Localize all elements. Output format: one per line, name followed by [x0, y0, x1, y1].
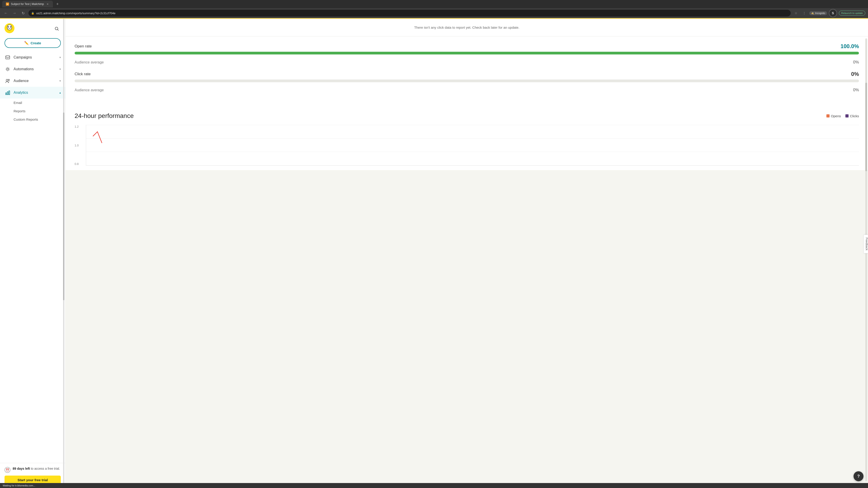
no-click-data-text: There isn't any click data to report yet…: [74, 23, 859, 29]
email-label: Email: [13, 101, 22, 105]
click-rate-value: 0%: [851, 71, 859, 77]
campaigns-chevron: ▾: [59, 56, 61, 59]
legend-clicks-item: Clicks: [845, 114, 859, 118]
refresh-button[interactable]: ↻: [20, 10, 26, 16]
forward-button[interactable]: →: [11, 10, 18, 16]
click-rate-audience-avg-value: 0%: [853, 88, 859, 92]
automations-chevron: ▾: [59, 68, 61, 71]
browser-toolbar: ← → ↻ 🔒 us21.admin.mailchimp.com/reports…: [0, 8, 868, 18]
bookmark-button[interactable]: ☆: [793, 10, 799, 16]
back-button[interactable]: ←: [3, 10, 9, 16]
sidebar-subitem-custom-reports[interactable]: Custom Reports: [0, 115, 65, 124]
legend-opens-label: Opens: [831, 114, 841, 118]
click-rate-row: Click rate 0%: [74, 71, 859, 82]
click-rate-label: Click rate: [74, 72, 91, 76]
svg-point-9: [7, 68, 8, 70]
relaunch-button[interactable]: Relaunch to update: [839, 11, 865, 15]
browser-tab-active[interactable]: M Subject for Test | Mailchimp ✕: [2, 1, 53, 7]
click-rate-header: Click rate 0%: [74, 71, 859, 77]
automations-label: Automations: [13, 67, 57, 71]
help-button[interactable]: ?: [854, 471, 864, 481]
tab-close-button[interactable]: ✕: [46, 2, 49, 6]
sidebar-item-analytics[interactable]: Analytics ▴: [0, 87, 65, 98]
chart-legend: Opens Clicks: [827, 114, 859, 118]
main-content[interactable]: There isn't any click data to report yet…: [66, 19, 868, 488]
svg-line-7: [58, 30, 59, 31]
tab-favicon: M: [6, 2, 9, 6]
main-scrollbar-track: [865, 38, 867, 481]
browser-chrome: M Subject for Test | Mailchimp ✕ + ← → ↻…: [0, 0, 868, 19]
open-rate-value: 100.0%: [841, 43, 859, 50]
browser-menu-button[interactable]: ⋮: [801, 10, 807, 16]
incognito-label: Incognito: [815, 12, 825, 14]
chart-y-label-1: 1.2: [74, 125, 79, 128]
address-bar[interactable]: 🔒 us21.admin.mailchimp.com/reports/summa…: [29, 10, 791, 17]
no-click-data-message: There isn't any click data to report yet…: [66, 19, 868, 36]
svg-point-10: [6, 79, 8, 81]
svg-point-1: [7, 25, 12, 30]
sidebar-scrollbar-thumb: [63, 112, 64, 300]
sidebar-search-button[interactable]: [53, 25, 61, 33]
sidebar-item-audience[interactable]: Audience ▾: [0, 75, 65, 87]
audience-icon: [4, 78, 11, 84]
trial-days: 89 days left: [13, 467, 30, 470]
new-tab-button[interactable]: +: [55, 1, 60, 7]
analytics-chevron: ▴: [59, 91, 61, 94]
browser-actions: ☆ ⋮ 🕵 Incognito S Relaunch to update: [793, 9, 865, 17]
trial-clock-icon: ⏰: [4, 467, 10, 473]
user-avatar[interactable]: S: [829, 9, 837, 17]
tab-title: Subject for Test | Mailchimp: [11, 2, 44, 6]
pencil-icon: ✏️: [24, 41, 29, 45]
sidebar-scrollbar[interactable]: [63, 19, 64, 488]
open-rate-progress-bar: [74, 52, 859, 55]
svg-rect-13: [7, 92, 8, 95]
chart-y-label-3: 0.8: [74, 162, 79, 166]
open-rate-audience-avg-label: Audience average: [74, 60, 104, 64]
click-rate-progress-bar: [74, 79, 859, 82]
svg-rect-8: [6, 56, 10, 59]
legend-clicks-label: Clicks: [850, 114, 859, 118]
mailchimp-logo: [4, 23, 14, 34]
open-rate-audience-avg-value: 0%: [853, 60, 859, 65]
metrics-section: Open rate 100.0% Audience average 0% Cli…: [66, 36, 868, 105]
sidebar: ✏️ Create Campaigns ▾ Automations ▾: [0, 19, 66, 488]
incognito-badge: 🕵 Incognito: [809, 11, 827, 15]
open-rate-progress-fill: [74, 52, 859, 55]
browser-titlebar: M Subject for Test | Mailchimp ✕ +: [0, 0, 868, 8]
chart-plot-area: [86, 125, 859, 166]
main-scrollbar-thumb: [865, 83, 867, 171]
svg-point-11: [8, 79, 9, 80]
chart-svg: [86, 125, 859, 165]
svg-point-4: [8, 27, 8, 27]
chart-y-label-2: 1.0: [74, 144, 79, 147]
lock-icon: 🔒: [31, 12, 34, 15]
status-bar: Waiting for tr.blismedia.com...: [0, 483, 868, 488]
sidebar-subitem-email[interactable]: Email: [0, 98, 65, 107]
trial-text: 89 days left to access a free trial.: [13, 467, 60, 470]
status-text: Waiting for tr.blismedia.com...: [3, 484, 35, 487]
reports-label: Reports: [13, 109, 26, 113]
trial-info: ⏰ 89 days left to access a free trial.: [4, 467, 61, 473]
create-label: Create: [31, 41, 41, 45]
app-layout: ✏️ Create Campaigns ▾ Automations ▾: [0, 19, 868, 488]
legend-opens-item: Opens: [827, 114, 841, 118]
svg-rect-14: [9, 91, 10, 95]
performance-section: 24-hour performance Opens Clicks 1.2: [66, 105, 868, 170]
create-button[interactable]: ✏️ Create: [4, 38, 61, 48]
campaigns-icon: [4, 54, 11, 61]
audience-label: Audience: [13, 79, 57, 83]
svg-point-6: [55, 27, 58, 30]
open-rate-audience-avg-row: Audience average 0%: [74, 60, 859, 65]
performance-title: 24-hour performance: [74, 112, 133, 120]
open-rate-row: Open rate 100.0%: [74, 43, 859, 55]
audience-chevron: ▾: [59, 79, 61, 83]
sidebar-item-automations[interactable]: Automations ▾: [0, 63, 65, 75]
svg-point-5: [10, 27, 11, 27]
click-rate-audience-avg-label: Audience average: [74, 88, 104, 92]
sidebar-subitem-reports[interactable]: Reports: [0, 107, 65, 115]
sidebar-item-campaigns[interactable]: Campaigns ▾: [0, 52, 65, 63]
trial-desc: to access a free trial.: [31, 467, 60, 470]
chart-y-axis: 1.2 1.0 0.8: [74, 125, 81, 166]
sidebar-header: [0, 19, 65, 36]
feedback-tab[interactable]: Feedback: [864, 234, 868, 253]
